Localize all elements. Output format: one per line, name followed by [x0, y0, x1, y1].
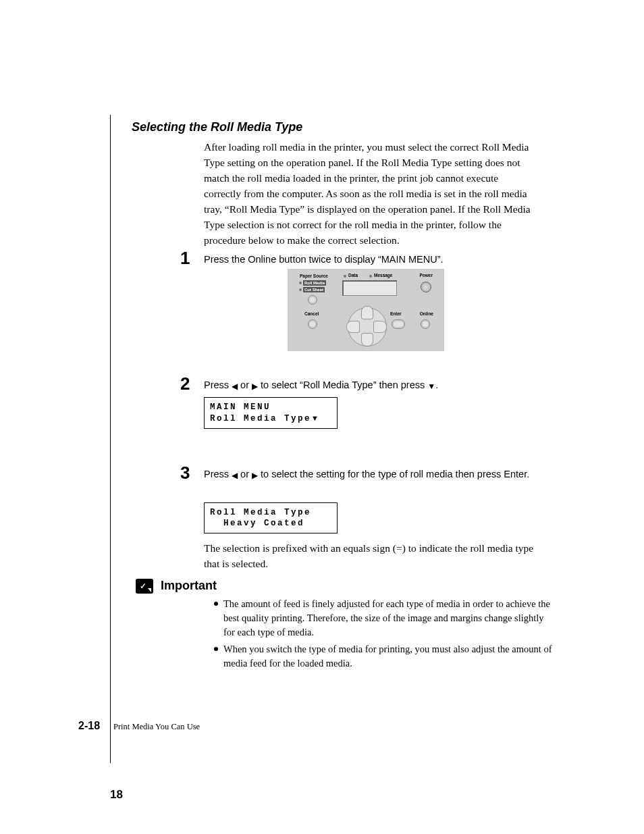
cancel-label: Cancel [304, 311, 319, 316]
step-number: 2 [180, 373, 190, 394]
footer-section-name: Print Media You Can Use [113, 722, 200, 732]
important-icon: ✓ [136, 579, 153, 594]
dpad-icon [348, 307, 385, 345]
lcd-line: Roll Media Type [210, 414, 311, 423]
important-item: When you switch the type of media for pr… [214, 642, 555, 671]
power-label: Power [419, 273, 433, 278]
down-arrow-icon: ▼ [311, 414, 319, 422]
online-label: Online [420, 311, 433, 316]
lcd-line: Heavy Coated [210, 519, 304, 528]
footer-page-number: 18 [110, 788, 123, 802]
text-segment: to select the setting for the type of ro… [258, 469, 529, 479]
step-number: 3 [180, 463, 190, 484]
left-arrow-icon: ◀ [232, 380, 238, 393]
enter-button [392, 319, 405, 329]
important-item: The amount of feed is finely adjusted fo… [214, 597, 555, 640]
down-arrow-icon: ▼ [427, 380, 435, 393]
online-button [421, 319, 430, 329]
data-label: Data [348, 273, 358, 278]
lcd-line: Roll Media Type [210, 508, 311, 517]
important-list: The amount of feed is finely adjusted fo… [214, 597, 555, 673]
manual-page: Selecting the Roll Media Type After load… [0, 0, 644, 834]
cancel-button [308, 319, 317, 329]
step-text: Press the Online button twice to display… [204, 253, 535, 266]
step-2: 2 Press ◀ or ▶ to select “Roll Media Typ… [180, 378, 558, 393]
footer-page-code: 2-18 [78, 720, 100, 732]
step-3: 3 Press ◀ or ▶ to select the setting for… [180, 467, 558, 482]
paper-source-label: Paper Source [300, 273, 328, 278]
text-segment: or [238, 469, 252, 479]
text-segment: Press [204, 380, 232, 390]
right-arrow-icon: ▶ [252, 380, 258, 393]
lcd-readout-2: Roll Media Type Heavy Coated [204, 502, 338, 533]
cut-sheet-label: Cut Sheet [303, 287, 325, 292]
paper-source-button [308, 295, 317, 305]
intro-paragraph: After loading roll media in the printer,… [204, 139, 535, 248]
roll-led-icon [299, 282, 302, 284]
lcd-readout-1: MAIN MENU Roll Media Type▼ [204, 397, 338, 429]
left-rule [110, 115, 111, 763]
lcd-line: MAIN MENU [210, 402, 271, 412]
power-button [421, 282, 431, 292]
roll-media-label: Roll Media [303, 280, 326, 286]
important-label: Important [161, 579, 217, 593]
step-1: 1 Press the Online button twice to displ… [180, 253, 558, 266]
enter-label: Enter [390, 311, 402, 316]
operation-panel-figure: Paper Source Roll Media Cut Sheet Data M… [288, 269, 444, 351]
text-segment: or [238, 380, 252, 390]
text-segment: to select “Roll Media Type” then press [258, 380, 427, 390]
section-title: Selecting the Roll Media Type [132, 120, 302, 134]
data-led-icon [344, 275, 346, 278]
message-led-icon [369, 275, 372, 278]
message-label: Message [374, 273, 392, 278]
sheet-led-icon [299, 288, 302, 291]
right-arrow-icon: ▶ [252, 469, 258, 482]
left-arrow-icon: ◀ [232, 469, 238, 482]
step-text: Press ◀ or ▶ to select “Roll Media Type”… [204, 378, 535, 393]
lcd-display-icon [342, 280, 397, 296]
text-segment: Press [204, 469, 232, 479]
step-number: 1 [180, 248, 190, 269]
selection-note: The selection is prefixed with an equals… [204, 540, 535, 571]
step-text: Press ◀ or ▶ to select the setting for t… [204, 467, 535, 482]
text-segment: . [435, 380, 438, 390]
